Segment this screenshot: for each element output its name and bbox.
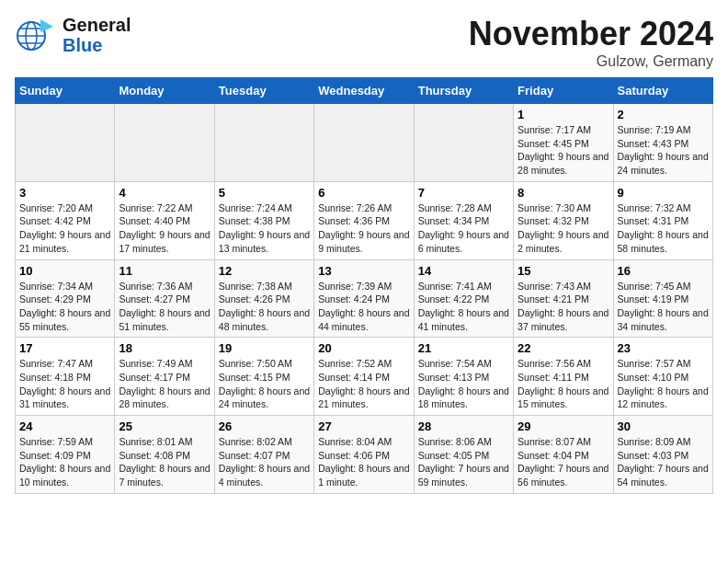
calendar-cell: 4Sunrise: 7:22 AM Sunset: 4:40 PM Daylig… [115, 181, 214, 259]
day-number: 7 [418, 186, 509, 200]
calendar-cell [16, 104, 115, 182]
day-info: Sunrise: 7:28 AM Sunset: 4:34 PM Dayligh… [418, 201, 509, 256]
calendar-cell: 6Sunrise: 7:26 AM Sunset: 4:36 PM Daylig… [314, 181, 414, 259]
day-number: 18 [119, 341, 210, 355]
day-number: 20 [318, 341, 409, 355]
calendar-cell [414, 104, 513, 182]
day-number: 24 [19, 419, 110, 433]
calendar-week-5: 24Sunrise: 7:59 AM Sunset: 4:09 PM Dayli… [16, 416, 713, 494]
calendar-cell: 22Sunrise: 7:56 AM Sunset: 4:11 PM Dayli… [514, 338, 613, 416]
day-info: Sunrise: 7:56 AM Sunset: 4:11 PM Dayligh… [518, 357, 609, 411]
day-number: 3 [19, 186, 110, 200]
calendar-cell: 30Sunrise: 8:09 AM Sunset: 4:03 PM Dayli… [613, 416, 712, 494]
day-number: 12 [219, 264, 310, 278]
calendar: SundayMondayTuesdayWednesdayThursdayFrid… [15, 77, 713, 494]
day-info: Sunrise: 7:36 AM Sunset: 4:27 PM Dayligh… [119, 280, 210, 334]
day-info: Sunrise: 7:57 AM Sunset: 4:10 PM Dayligh… [618, 357, 709, 411]
calendar-week-3: 10Sunrise: 7:34 AM Sunset: 4:29 PM Dayli… [16, 259, 713, 338]
page-header: General Blue November 2024 Gulzow, Germa… [15, 15, 713, 70]
weekday-header-tuesday: Tuesday [214, 78, 313, 104]
day-number: 13 [318, 264, 409, 278]
calendar-cell: 25Sunrise: 8:01 AM Sunset: 4:08 PM Dayli… [115, 416, 214, 494]
calendar-cell: 20Sunrise: 7:52 AM Sunset: 4:14 PM Dayli… [314, 338, 414, 416]
title-block: November 2024 Gulzow, Germany [469, 15, 713, 70]
day-info: Sunrise: 7:47 AM Sunset: 4:18 PM Dayligh… [19, 357, 110, 411]
day-info: Sunrise: 7:59 AM Sunset: 4:09 PM Dayligh… [19, 435, 110, 489]
day-info: Sunrise: 7:17 AM Sunset: 4:45 PM Dayligh… [518, 123, 609, 178]
weekday-header-friday: Friday [514, 78, 613, 104]
day-info: Sunrise: 7:50 AM Sunset: 4:15 PM Dayligh… [219, 357, 310, 411]
logo: General Blue [15, 15, 131, 55]
day-number: 27 [318, 419, 409, 433]
day-number: 4 [119, 186, 210, 200]
calendar-cell: 2Sunrise: 7:19 AM Sunset: 4:43 PM Daylig… [613, 104, 712, 182]
day-number: 23 [618, 341, 709, 355]
calendar-cell: 16Sunrise: 7:45 AM Sunset: 4:19 PM Dayli… [613, 259, 712, 338]
day-info: Sunrise: 8:01 AM Sunset: 4:08 PM Dayligh… [119, 435, 210, 489]
calendar-cell: 21Sunrise: 7:54 AM Sunset: 4:13 PM Dayli… [414, 338, 513, 416]
calendar-cell [214, 104, 313, 182]
day-info: Sunrise: 8:09 AM Sunset: 4:03 PM Dayligh… [618, 435, 709, 489]
calendar-cell: 26Sunrise: 8:02 AM Sunset: 4:07 PM Dayli… [214, 416, 313, 494]
calendar-cell: 9Sunrise: 7:32 AM Sunset: 4:31 PM Daylig… [613, 181, 712, 259]
weekday-header-monday: Monday [115, 78, 214, 104]
calendar-cell: 8Sunrise: 7:30 AM Sunset: 4:32 PM Daylig… [514, 181, 613, 259]
calendar-cell: 5Sunrise: 7:24 AM Sunset: 4:38 PM Daylig… [214, 181, 313, 259]
logo-blue: Blue [63, 35, 131, 55]
calendar-cell: 13Sunrise: 7:39 AM Sunset: 4:24 PM Dayli… [314, 259, 414, 338]
day-number: 14 [418, 264, 509, 278]
day-number: 5 [219, 186, 310, 200]
day-info: Sunrise: 7:52 AM Sunset: 4:14 PM Dayligh… [318, 357, 409, 411]
month-title: November 2024 [469, 15, 713, 53]
calendar-cell: 1Sunrise: 7:17 AM Sunset: 4:45 PM Daylig… [514, 104, 613, 182]
day-number: 11 [119, 264, 210, 278]
weekday-header-saturday: Saturday [613, 78, 712, 104]
day-number: 30 [618, 419, 709, 433]
calendar-cell: 23Sunrise: 7:57 AM Sunset: 4:10 PM Dayli… [613, 338, 712, 416]
day-number: 19 [219, 341, 310, 355]
svg-marker-5 [40, 19, 53, 32]
day-info: Sunrise: 7:54 AM Sunset: 4:13 PM Dayligh… [418, 357, 509, 411]
day-info: Sunrise: 7:32 AM Sunset: 4:31 PM Dayligh… [618, 201, 709, 256]
day-info: Sunrise: 8:07 AM Sunset: 4:04 PM Dayligh… [518, 435, 609, 489]
day-info: Sunrise: 7:49 AM Sunset: 4:17 PM Dayligh… [119, 357, 210, 411]
logo-general: General [63, 15, 131, 35]
calendar-week-1: 1Sunrise: 7:17 AM Sunset: 4:45 PM Daylig… [16, 104, 713, 182]
day-number: 21 [418, 341, 509, 355]
day-info: Sunrise: 7:43 AM Sunset: 4:21 PM Dayligh… [518, 280, 609, 334]
day-info: Sunrise: 7:38 AM Sunset: 4:26 PM Dayligh… [219, 280, 310, 334]
day-number: 2 [618, 108, 709, 121]
calendar-cell: 3Sunrise: 7:20 AM Sunset: 4:42 PM Daylig… [16, 181, 115, 259]
day-info: Sunrise: 7:34 AM Sunset: 4:29 PM Dayligh… [19, 280, 110, 334]
calendar-week-2: 3Sunrise: 7:20 AM Sunset: 4:42 PM Daylig… [16, 181, 713, 259]
calendar-cell: 29Sunrise: 8:07 AM Sunset: 4:04 PM Dayli… [514, 416, 613, 494]
day-info: Sunrise: 7:45 AM Sunset: 4:19 PM Dayligh… [618, 280, 709, 334]
calendar-cell: 7Sunrise: 7:28 AM Sunset: 4:34 PM Daylig… [414, 181, 513, 259]
day-info: Sunrise: 8:02 AM Sunset: 4:07 PM Dayligh… [219, 435, 310, 489]
calendar-cell: 15Sunrise: 7:43 AM Sunset: 4:21 PM Dayli… [514, 259, 613, 338]
weekday-header-thursday: Thursday [414, 78, 513, 104]
day-info: Sunrise: 7:41 AM Sunset: 4:22 PM Dayligh… [418, 280, 509, 334]
calendar-cell: 14Sunrise: 7:41 AM Sunset: 4:22 PM Dayli… [414, 259, 513, 338]
day-info: Sunrise: 7:30 AM Sunset: 4:32 PM Dayligh… [518, 201, 609, 256]
day-number: 17 [19, 341, 110, 355]
day-number: 29 [518, 419, 609, 433]
day-number: 25 [119, 419, 210, 433]
calendar-cell [314, 104, 414, 182]
day-number: 10 [19, 264, 110, 278]
day-info: Sunrise: 7:19 AM Sunset: 4:43 PM Dayligh… [618, 123, 709, 178]
day-info: Sunrise: 7:26 AM Sunset: 4:36 PM Dayligh… [318, 201, 409, 256]
day-number: 26 [219, 419, 310, 433]
location: Gulzow, Germany [469, 53, 713, 70]
day-info: Sunrise: 7:22 AM Sunset: 4:40 PM Dayligh… [119, 201, 210, 256]
calendar-cell: 28Sunrise: 8:06 AM Sunset: 4:05 PM Dayli… [414, 416, 513, 494]
day-info: Sunrise: 7:20 AM Sunset: 4:42 PM Dayligh… [19, 201, 110, 256]
weekday-header-sunday: Sunday [16, 78, 115, 104]
calendar-cell: 17Sunrise: 7:47 AM Sunset: 4:18 PM Dayli… [16, 338, 115, 416]
day-number: 1 [518, 108, 609, 121]
day-info: Sunrise: 8:06 AM Sunset: 4:05 PM Dayligh… [418, 435, 509, 489]
day-number: 28 [418, 419, 509, 433]
calendar-cell: 18Sunrise: 7:49 AM Sunset: 4:17 PM Dayli… [115, 338, 214, 416]
calendar-cell [115, 104, 214, 182]
day-info: Sunrise: 7:24 AM Sunset: 4:38 PM Dayligh… [219, 201, 310, 256]
